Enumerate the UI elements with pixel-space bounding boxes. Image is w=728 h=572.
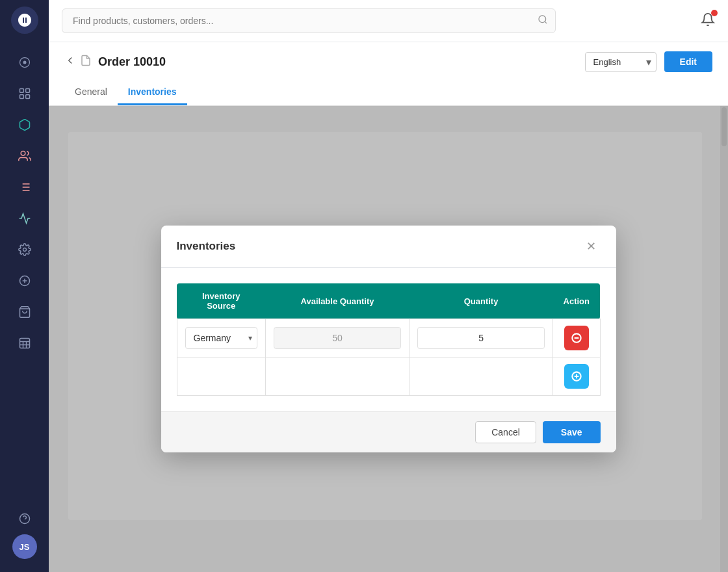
topbar bbox=[49, 0, 728, 42]
header-actions: English German French ▾ Edit bbox=[585, 51, 712, 72]
col-header-quantity: Quantity bbox=[410, 283, 553, 319]
qty-input[interactable] bbox=[417, 327, 545, 349]
search-box bbox=[62, 8, 556, 33]
inventories-table: Inventory Source Available Quantity Quan… bbox=[177, 283, 601, 396]
back-button[interactable] bbox=[64, 55, 76, 69]
page-title: Order 10010 bbox=[98, 55, 166, 69]
sidebar: JS bbox=[0, 0, 49, 572]
modal-title: Inventories bbox=[177, 240, 236, 253]
inventories-modal: Inventories ✕ Inventory Source Available… bbox=[161, 226, 616, 452]
save-button[interactable]: Save bbox=[543, 421, 601, 443]
sidebar-item-add[interactable] bbox=[12, 268, 38, 294]
qty-cell bbox=[410, 319, 553, 358]
language-selector[interactable]: English German French bbox=[585, 52, 656, 72]
sidebar-item-products[interactable] bbox=[12, 81, 38, 107]
sidebar-item-marketing[interactable] bbox=[12, 205, 38, 231]
app-logo[interactable] bbox=[11, 6, 38, 34]
svg-rect-2 bbox=[20, 89, 23, 93]
svg-rect-3 bbox=[25, 89, 29, 93]
svg-rect-18 bbox=[20, 339, 29, 348]
add-action-cell bbox=[553, 358, 600, 396]
svg-point-13 bbox=[23, 248, 26, 252]
page-header-top: Order 10010 English German French ▾ Edit bbox=[64, 51, 712, 72]
modal-footer: Cancel Save bbox=[161, 411, 616, 452]
tab-general[interactable]: General bbox=[64, 80, 118, 105]
modal-overlay: Inventories ✕ Inventory Source Available… bbox=[49, 106, 728, 572]
user-avatar[interactable]: JS bbox=[12, 534, 37, 559]
svg-rect-4 bbox=[20, 95, 23, 99]
empty-avail-cell bbox=[265, 358, 409, 396]
source-cell: Germany USA France Spain ▾ bbox=[177, 319, 265, 358]
sidebar-item-help[interactable] bbox=[12, 506, 38, 532]
svg-point-6 bbox=[21, 151, 25, 156]
source-select-wrapper: Germany USA France Spain ▾ bbox=[185, 327, 257, 349]
modal-header: Inventories ✕ bbox=[161, 226, 616, 268]
edit-button[interactable]: Edit bbox=[664, 51, 712, 72]
language-selector-wrapper: English German French ▾ bbox=[585, 52, 656, 72]
svg-rect-5 bbox=[25, 95, 29, 99]
table-row: Germany USA France Spain ▾ bbox=[177, 319, 600, 358]
col-header-source: Inventory Source bbox=[177, 283, 265, 319]
sidebar-item-reports[interactable] bbox=[12, 174, 38, 200]
notifications-icon[interactable] bbox=[701, 12, 715, 29]
search-input[interactable] bbox=[62, 8, 556, 33]
table-row-add bbox=[177, 358, 600, 396]
search-icon bbox=[538, 14, 548, 27]
content-area: Inventories ✕ Inventory Source Available… bbox=[49, 106, 728, 572]
document-icon bbox=[80, 55, 92, 69]
modal-close-button[interactable]: ✕ bbox=[582, 237, 601, 255]
sidebar-item-orders[interactable] bbox=[12, 112, 38, 138]
sidebar-item-catalog[interactable] bbox=[12, 330, 38, 356]
source-select[interactable]: Germany USA France Spain bbox=[185, 327, 257, 349]
modal-body: Inventory Source Available Quantity Quan… bbox=[161, 268, 616, 411]
tab-inventories[interactable]: Inventories bbox=[118, 80, 187, 105]
svg-point-23 bbox=[20, 514, 29, 524]
add-row-button[interactable] bbox=[564, 364, 589, 389]
col-header-available: Available Quantity bbox=[265, 283, 409, 319]
sidebar-item-shop[interactable] bbox=[12, 299, 38, 325]
svg-point-25 bbox=[539, 16, 546, 23]
delete-row-button[interactable] bbox=[564, 326, 589, 350]
available-qty-cell bbox=[265, 319, 409, 358]
empty-source-cell bbox=[177, 358, 265, 396]
svg-point-1 bbox=[23, 61, 26, 64]
available-qty-input[interactable] bbox=[274, 327, 401, 349]
sidebar-item-settings[interactable] bbox=[12, 237, 38, 263]
page-header: Order 10010 English German French ▾ Edit… bbox=[49, 42, 728, 106]
col-header-action: Action bbox=[553, 283, 600, 319]
topbar-right bbox=[701, 12, 715, 29]
notification-badge bbox=[711, 10, 718, 16]
page-tabs: General Inventories bbox=[64, 80, 712, 105]
sidebar-item-dashboard[interactable] bbox=[12, 49, 38, 75]
cancel-button[interactable]: Cancel bbox=[475, 421, 536, 443]
action-cell bbox=[553, 319, 600, 358]
main-content: Order 10010 English German French ▾ Edit… bbox=[49, 0, 728, 572]
sidebar-item-customers[interactable] bbox=[12, 143, 38, 169]
breadcrumb: Order 10010 bbox=[64, 55, 166, 69]
empty-qty-cell bbox=[410, 358, 553, 396]
